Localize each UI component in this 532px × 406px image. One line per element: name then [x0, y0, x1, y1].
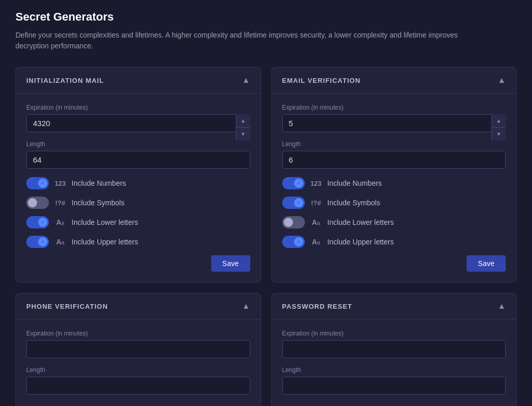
length-input-init-mail[interactable]	[26, 151, 250, 169]
expiration-input-phone-verify[interactable]	[26, 340, 250, 358]
length-label-email-verify: Length	[282, 140, 506, 148]
page-description: Define your secrets complexities and lif…	[15, 30, 479, 51]
save-button-email-verify[interactable]: Save	[467, 255, 506, 272]
expiration-wrapper-email-verify: ▲▼	[282, 114, 506, 140]
expiration-input-password-reset[interactable]	[282, 340, 506, 358]
toggle-label-email-verify-symbols: Include Symbols	[328, 199, 381, 207]
toggle-icon-init-mail-lower: Aa	[54, 218, 66, 226]
expiration-input-init-mail[interactable]	[26, 114, 250, 132]
expiration-wrapper-password-reset	[282, 340, 506, 366]
collapse-icon-email-verify[interactable]: ▲	[497, 76, 506, 85]
toggle-label-email-verify-numbers: Include Numbers	[328, 179, 382, 187]
card-body-init-mail: Expiration (in minutes)▲▼Length✓123Inclu…	[16, 94, 261, 282]
toggle-row-init-mail-symbols: !?#Include Symbols	[26, 197, 250, 209]
toggle-icon-email-verify-lower: Aa	[310, 218, 322, 226]
expiration-label-password-reset: Expiration (in minutes)	[282, 330, 506, 337]
save-row-init-mail: Save	[26, 255, 250, 272]
expiration-wrapper-init-mail: ▲▼	[26, 114, 250, 140]
card-password-reset: PASSWORD RESET▲Expiration (in minutes)Le…	[271, 293, 517, 406]
expiration-down-email-verify[interactable]: ▼	[492, 128, 506, 140]
toggle-row-email-verify-lower: AaInclude Lower letters	[282, 216, 506, 228]
expiration-label-phone-verify: Expiration (in minutes)	[26, 330, 250, 337]
card-body-password-reset: Expiration (in minutes)Length	[272, 320, 517, 406]
card-title-phone-verify: PHONE VERIFICATION	[26, 303, 108, 310]
toggle-icon-init-mail-numbers: 123	[54, 179, 66, 187]
toggle-row-init-mail-lower: ✓AaInclude Lower letters	[26, 216, 250, 228]
toggle-row-email-verify-numbers: ✓123Include Numbers	[282, 177, 506, 189]
card-header-email-verify: EMAIL VERIFICATION▲	[272, 67, 517, 94]
toggle-label-email-verify-upper: Include Upper letters	[328, 238, 394, 246]
card-init-mail: INITIALIZATION MAIL▲Expiration (in minut…	[15, 67, 261, 283]
toggle-label-init-mail-lower: Include Lower letters	[72, 218, 138, 226]
collapse-icon-init-mail[interactable]: ▲	[242, 76, 250, 85]
card-header-password-reset: PASSWORD RESET▲	[272, 293, 517, 320]
expiration-up-init-mail[interactable]: ▲	[236, 114, 250, 128]
toggle-icon-init-mail-upper: Aa	[54, 238, 66, 246]
toggle-switch-init-mail-numbers[interactable]: ✓	[26, 177, 49, 189]
save-button-init-mail[interactable]: Save	[211, 255, 250, 272]
length-input-email-verify[interactable]	[282, 151, 506, 169]
save-row-email-verify: Save	[282, 255, 506, 272]
expiration-up-email-verify[interactable]: ▲	[492, 114, 506, 128]
card-body-email-verify: Expiration (in minutes)▲▼Length✓123Inclu…	[272, 94, 517, 282]
expiration-arrows-init-mail: ▲▼	[236, 114, 250, 140]
toggle-label-init-mail-upper: Include Upper letters	[72, 238, 138, 246]
expiration-wrapper-phone-verify	[26, 340, 250, 366]
card-body-phone-verify: Expiration (in minutes)Length	[16, 320, 261, 406]
length-label-phone-verify: Length	[26, 366, 250, 374]
collapse-icon-phone-verify[interactable]: ▲	[242, 302, 250, 311]
collapse-icon-password-reset[interactable]: ▲	[497, 302, 506, 311]
toggle-row-email-verify-symbols: ✓!?#Include Symbols	[282, 197, 506, 209]
length-label-init-mail: Length	[26, 140, 250, 148]
length-input-password-reset[interactable]	[282, 377, 506, 395]
expiration-label-init-mail: Expiration (in minutes)	[26, 104, 250, 111]
card-title-email-verify: EMAIL VERIFICATION	[282, 77, 361, 84]
toggle-row-init-mail-upper: ✓AaInclude Upper letters	[26, 236, 250, 248]
toggle-switch-init-mail-lower[interactable]: ✓	[26, 216, 49, 228]
card-email-verify: EMAIL VERIFICATION▲Expiration (in minute…	[271, 67, 517, 283]
card-title-init-mail: INITIALIZATION MAIL	[26, 77, 104, 84]
expiration-input-email-verify[interactable]	[282, 114, 506, 132]
cards-grid: INITIALIZATION MAIL▲Expiration (in minut…	[15, 67, 517, 406]
toggle-icon-email-verify-upper: Aa	[310, 238, 322, 246]
toggle-switch-email-verify-lower[interactable]	[282, 216, 305, 228]
expiration-label-email-verify: Expiration (in minutes)	[282, 104, 506, 111]
card-title-password-reset: PASSWORD RESET	[282, 303, 353, 310]
expiration-down-init-mail[interactable]: ▼	[236, 128, 250, 140]
toggle-switch-email-verify-symbols[interactable]: ✓	[282, 197, 305, 209]
card-header-phone-verify: PHONE VERIFICATION▲	[16, 293, 261, 320]
card-header-init-mail: INITIALIZATION MAIL▲	[16, 67, 261, 94]
toggle-switch-email-verify-upper[interactable]: ✓	[282, 236, 305, 248]
toggle-icon-email-verify-numbers: 123	[310, 179, 322, 187]
toggle-icon-init-mail-symbols: !?#	[54, 199, 66, 207]
length-input-phone-verify[interactable]	[26, 377, 250, 395]
toggle-label-init-mail-symbols: Include Symbols	[72, 199, 125, 207]
toggle-switch-email-verify-numbers[interactable]: ✓	[282, 177, 305, 189]
expiration-arrows-email-verify: ▲▼	[491, 114, 506, 140]
length-label-password-reset: Length	[282, 366, 506, 374]
toggle-switch-init-mail-upper[interactable]: ✓	[26, 236, 49, 248]
page-title: Secret Generators	[15, 10, 517, 24]
card-phone-verify: PHONE VERIFICATION▲Expiration (in minute…	[15, 293, 261, 406]
toggle-label-email-verify-lower: Include Lower letters	[328, 218, 394, 226]
toggle-switch-init-mail-symbols[interactable]	[26, 197, 49, 209]
toggle-icon-email-verify-symbols: !?#	[310, 199, 322, 207]
toggle-row-init-mail-numbers: ✓123Include Numbers	[26, 177, 250, 189]
toggle-row-email-verify-upper: ✓AaInclude Upper letters	[282, 236, 506, 248]
toggle-label-init-mail-numbers: Include Numbers	[72, 179, 126, 187]
